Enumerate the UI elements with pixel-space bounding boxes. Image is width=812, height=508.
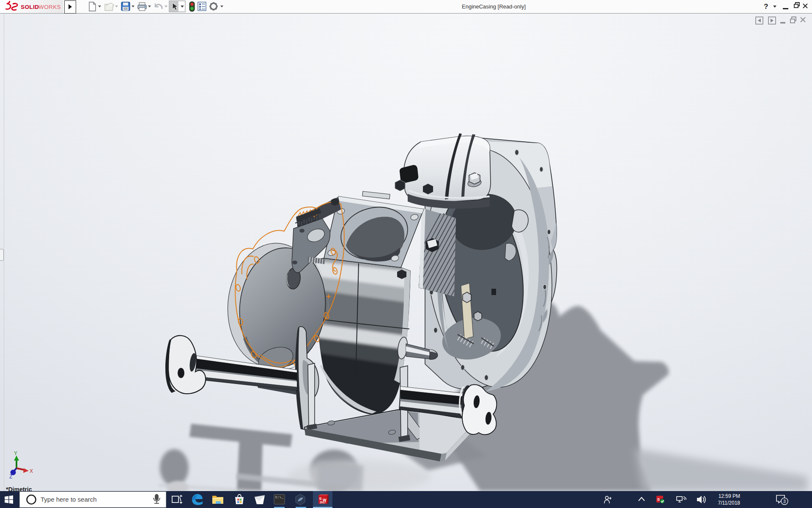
svg-text:S: S bbox=[319, 497, 322, 501]
svg-text:3: 3 bbox=[783, 499, 786, 504]
svg-text:SOLID: SOLID bbox=[21, 4, 39, 10]
svg-text:Z: Z bbox=[9, 474, 12, 480]
svg-text:X: X bbox=[30, 468, 33, 474]
svg-text:S: S bbox=[657, 497, 660, 502]
svg-text:C:\_: C:\_ bbox=[275, 495, 283, 499]
svg-text:Y: Y bbox=[14, 450, 17, 456]
svg-text:WORKS: WORKS bbox=[38, 4, 61, 10]
svg-text:2017: 2017 bbox=[320, 501, 326, 504]
svg-text:?: ? bbox=[764, 3, 768, 11]
